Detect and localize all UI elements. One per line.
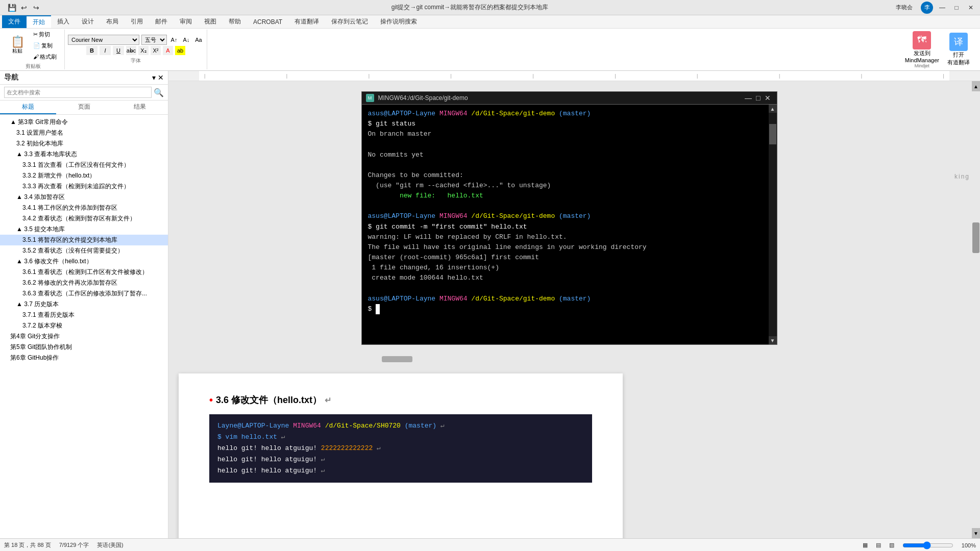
tab-mailings[interactable]: 邮件 — [149, 15, 174, 28]
nav-3-3[interactable]: ▲ 3.3 查看本地库状态 — [0, 149, 168, 160]
tab-review[interactable]: 审阅 — [174, 15, 198, 28]
mindmanager-button[interactable]: 🗺 发送到 MindManager Mindjet — [905, 31, 939, 68]
tab-insert[interactable]: 插入 — [51, 15, 76, 28]
highlight-button[interactable]: ab — [175, 46, 185, 55]
term-ming-1: MINGW64 — [439, 110, 468, 117]
tab-help[interactable]: 帮助 — [223, 15, 247, 28]
nav-3-6-3[interactable]: 3.6.3 查看状态（工作区的修改添加到了暂存... — [0, 288, 168, 299]
nav-chapter5[interactable]: 第5章 Git团队协作机制 — [0, 342, 168, 353]
font-name-select[interactable]: Courier New — [68, 35, 139, 45]
underline-button[interactable]: U — [113, 46, 124, 55]
nav-3-4-1[interactable]: 3.4.1 将工作区的文件添加到暂存区 — [0, 203, 168, 213]
save-icon[interactable]: 💾 — [6, 2, 17, 13]
layout-btn-1[interactable]: ▦ — [863, 542, 868, 548]
zoom-slider[interactable] — [902, 541, 953, 549]
tab-headings[interactable]: 标题 — [0, 101, 56, 114]
terminal-scroll-up[interactable]: ▲ — [769, 105, 777, 113]
bold-button[interactable]: B — [86, 46, 97, 55]
redo-icon[interactable]: ↪ — [31, 2, 42, 13]
tab-search-help[interactable]: 操作说明搜索 — [374, 15, 423, 28]
layout-btn-2[interactable]: ▤ — [876, 542, 881, 548]
tab-design[interactable]: 设计 — [76, 15, 100, 28]
terminal-hscrollbar[interactable] — [361, 355, 777, 363]
nav-3-7-1[interactable]: 3.7.1 查看历史版本 — [0, 310, 168, 320]
tab-youdao[interactable]: 有道翻译 — [288, 15, 325, 28]
superscript-button[interactable]: X² — [151, 46, 161, 55]
maximize-button[interactable]: □ — [951, 4, 962, 12]
nav-3-3-2[interactable]: 3.3.2 新增文件（hello.txt） — [0, 170, 168, 181]
nav-3-5[interactable]: ▲ 3.5 提交本地库 — [0, 224, 168, 235]
nav-3-1[interactable]: 3.1 设置用户签名 — [0, 128, 168, 138]
nav-3-6-1[interactable]: 3.6.1 查看状态（检测到工作区有文件被修改） — [0, 267, 168, 278]
code-branch: (master) — [405, 422, 436, 430]
search-icon[interactable]: 🔍 — [154, 88, 164, 97]
font-row1: Courier New 五号 A↑ A↓ Aa — [68, 35, 204, 45]
font-decrease-button[interactable]: A↓ — [181, 35, 191, 44]
doc-scroll-area: ▲ ▼ M MINGW64:/d/Git-Space/git-demo — □ — [168, 81, 980, 538]
terminal-titlebar-inner: M MINGW64:/d/Git-Space/git-demo — □ ✕ — [362, 92, 777, 104]
term-line-7: Changes to be committed: — [368, 170, 763, 181]
tab-pages[interactable]: 页面 — [56, 101, 112, 114]
nav-3-2[interactable]: 3.2 初始化本地库 — [0, 138, 168, 149]
terminal-maximize-button[interactable]: □ — [756, 94, 760, 102]
tab-home[interactable]: 开始 — [27, 15, 51, 28]
paste-button[interactable]: 📋 粘贴 — [6, 29, 29, 62]
terminal-scroll-thumb[interactable] — [769, 124, 776, 144]
minimize-button[interactable]: — — [937, 4, 947, 12]
tab-view[interactable]: 视图 — [198, 15, 223, 28]
copy-button[interactable]: 📄 复制 — [30, 40, 60, 51]
tab-file[interactable]: 文件 — [2, 15, 27, 28]
nav-3-6-2[interactable]: 3.6.2 将修改的文件再次添加暂存区 — [0, 278, 168, 288]
nav-3-4[interactable]: ▲ 3.4 添加暂存区 — [0, 192, 168, 203]
nav-3-6[interactable]: ▲ 3.6 修改文件（hello.txt） — [0, 256, 168, 267]
nav-chapter3[interactable]: ▲ 第3章 Git常用命令 — [0, 117, 168, 128]
format-painter-button[interactable]: 🖌 格式刷 — [30, 52, 60, 62]
undo-icon[interactable]: ↩ — [18, 2, 30, 13]
nav-3-3-1[interactable]: 3.3.1 首次查看（工作区没有任何文件） — [0, 160, 168, 170]
close-button[interactable]: ✕ — [966, 4, 976, 12]
terminal-hscroll-thumb[interactable] — [382, 356, 412, 362]
terminal-minimize-button[interactable]: — — [745, 94, 752, 102]
tab-save-cloud[interactable]: 保存到云笔记 — [325, 15, 374, 28]
doc-page: • 3.6 修改文件（hello.txt） ↵ Layne@LAPTOP-Lay… — [179, 373, 623, 538]
nav-3-5-2[interactable]: 3.5.2 查看状态（没有任何需要提交） — [0, 245, 168, 256]
vertical-scrollbar[interactable]: ▲ ▼ — [972, 81, 980, 538]
font-increase-button[interactable]: A↑ — [169, 35, 179, 44]
sidebar-search-input[interactable] — [4, 87, 152, 98]
nav-chapter6[interactable]: 第6章 GitHub操作 — [0, 353, 168, 363]
scroll-thumb[interactable] — [972, 222, 979, 253]
tab-references[interactable]: 引用 — [125, 15, 149, 28]
subscript-button[interactable]: X₂ — [138, 46, 149, 55]
nav-chapter4[interactable]: 第4章 Git分支操作 — [0, 331, 168, 342]
layout-btn-3[interactable]: ▧ — [889, 542, 894, 548]
tab-results[interactable]: 结果 — [112, 101, 168, 114]
terminal-scrollbar[interactable]: ▲ ▼ — [769, 105, 777, 344]
strikethrough-button[interactable]: ab̶c — [126, 46, 136, 55]
tab-layout[interactable]: 布局 — [100, 15, 125, 28]
italic-button[interactable]: I — [100, 46, 111, 55]
term-path-2: /d/Git-Space/git-demo — [471, 212, 555, 220]
window-title: git提交→git commit→就能将暂存区的档案都提交到本地库 — [44, 3, 896, 12]
sidebar-options-button[interactable]: ▾ — [152, 73, 156, 82]
term-line-8: (use "git rm --cached <file>..." to unst… — [368, 181, 763, 191]
nav-3-3-3[interactable]: 3.3.3 再次查看（检测到未追踪的文件） — [0, 181, 168, 192]
nav-3-7-2[interactable]: 3.7.2 版本穿梭 — [0, 320, 168, 331]
nav-3-4-2[interactable]: 3.4.2 查看状态（检测到暂存区有新文件） — [0, 213, 168, 224]
terminal-scroll-down[interactable]: ▼ — [769, 336, 777, 344]
cut-button[interactable]: ✂ 剪切 — [30, 29, 60, 39]
terminal-app-icon: M — [366, 94, 374, 102]
font-color-button[interactable]: A — [163, 46, 173, 55]
nav-3-5-1[interactable]: 3.5.1 将暂存区的文件提交到本地库 — [0, 235, 168, 245]
sidebar-close-button[interactable]: ✕ — [158, 73, 164, 82]
terminal-close-button[interactable]: ✕ — [765, 94, 771, 102]
scroll-up-button[interactable]: ▲ — [972, 81, 980, 91]
nav-3-7[interactable]: ▲ 3.7 历史版本 — [0, 299, 168, 310]
tab-acrobat[interactable]: ACROBAT — [247, 15, 288, 28]
scroll-down-button[interactable]: ▼ — [972, 528, 980, 538]
font-size-select[interactable]: 五号 — [141, 35, 167, 45]
quick-access-toolbar: 💾 ↩ ↪ — [4, 2, 44, 13]
clear-format-button[interactable]: Aa — [193, 35, 204, 44]
user-avatar[interactable]: 李 — [921, 2, 933, 14]
bullet-icon: • — [209, 394, 213, 406]
youdao-translate-button[interactable]: 译 打开 有道翻译 — [947, 33, 970, 66]
